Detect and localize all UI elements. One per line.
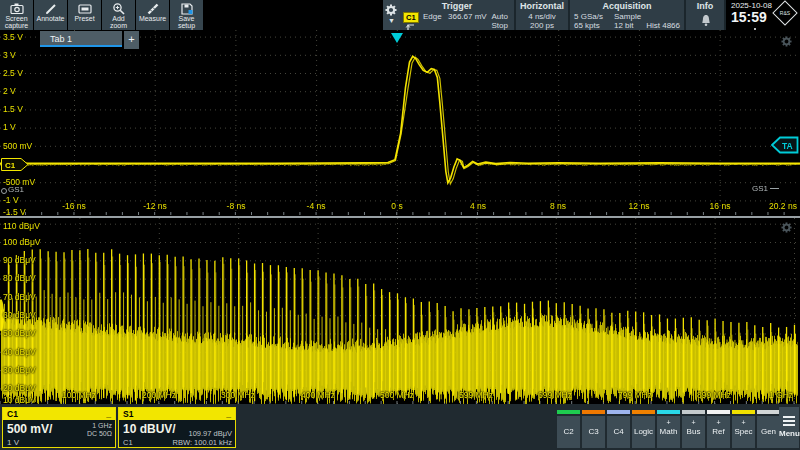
info-section[interactable]: Info [686, 0, 726, 30]
s1-source: C1 [123, 439, 133, 447]
s1-level: 109.97 dBμV [188, 430, 232, 438]
ground-marker-right-dash [770, 188, 779, 189]
toolbar-button-screen-capture[interactable]: Screen capture [0, 0, 33, 30]
save-icon [170, 2, 203, 15]
camera-icon [0, 2, 33, 15]
channel-color-c4 [607, 410, 630, 414]
ground-marker-right: GS1 [752, 184, 768, 193]
svg-text:TA: TA [782, 141, 793, 151]
pencil-icon [34, 2, 67, 15]
db-label: 50 dBμV [3, 328, 36, 338]
trigger-section[interactable]: Trigger C1 Edge 366.67 mV Auto Stop [400, 0, 516, 30]
channel-color-logic [632, 410, 655, 414]
db-label: 110 dBμV [3, 221, 40, 231]
time-label: -8 ns [206, 201, 266, 211]
channel-button-bus[interactable]: +Bus [682, 416, 705, 448]
channel-color-c3 [582, 410, 605, 414]
toolbar-button-annotate[interactable]: Annotate [34, 0, 67, 30]
voltage-label: 3.5 V [3, 32, 23, 42]
trigger-level: 366.67 mV [448, 12, 487, 21]
toolbar-button-save-setup[interactable]: Save setup [170, 0, 203, 30]
time-label: 16 ns [690, 201, 750, 211]
channel-button-spec[interactable]: +Spec [732, 416, 755, 448]
voltage-label: 1.5 V [3, 104, 23, 114]
channel-c1-badge[interactable]: C1 [1, 157, 29, 175]
c1-bandwidth: 1 GHz [92, 422, 112, 430]
time-label: 12 ns [609, 201, 669, 211]
channel-c1-widget[interactable]: C1_ 500 mV/ 1 GHz DC 50Ω 1 V [2, 407, 116, 448]
c1-offset: 1 V [7, 439, 19, 447]
acquisition-mode: Sample [614, 12, 641, 21]
s1-minimize-button[interactable]: _ [226, 408, 231, 420]
db-label: 20 dBμV [3, 383, 36, 393]
channel-color-gen [757, 410, 780, 414]
channel-button-ref[interactable]: +Ref [707, 416, 730, 448]
freq-label: 300 MHz [208, 390, 268, 400]
trigger-state: Stop [492, 21, 508, 30]
acquisition-resolution: 12 bit [614, 21, 634, 30]
channel-button-c4[interactable]: C4 [607, 416, 630, 448]
gear-icon[interactable] [781, 219, 792, 237]
toolbar-expand-panel[interactable]: ▼ [383, 0, 400, 30]
menu-icon [779, 407, 799, 426]
c1-coupling: DC 50Ω [87, 430, 112, 438]
svg-text:C1: C1 [5, 161, 16, 170]
horizontal-title: Horizontal [516, 1, 568, 11]
voltage-label: 500 mV [3, 141, 32, 151]
horizontal-resolution: 200 ps [516, 21, 568, 30]
waveform-canvas[interactable] [0, 30, 800, 215]
toolbar-button-preset[interactable]: Preset [68, 0, 101, 30]
s1-rbw: RBW: 100.01 kHz [173, 439, 232, 447]
horizontal-section[interactable]: Horizontal 4 ns/div 200 ps [516, 0, 570, 30]
ground-marker-left-dot [1, 188, 7, 194]
freq-label: 200 MHz [129, 390, 189, 400]
trigger-mode: Auto [492, 12, 508, 21]
acquisition-title: Acquisition [570, 1, 684, 11]
db-label: 60 dBμV [3, 310, 36, 320]
bell-icon[interactable] [700, 13, 712, 31]
freq-label: 599 MHz [446, 390, 506, 400]
menu-button[interactable]: Menu [779, 407, 799, 448]
ground-marker-left: GS1 [8, 185, 24, 194]
measure-icon [136, 2, 169, 15]
menu-label: Menu [779, 429, 799, 438]
freq-label: 799 MHz [605, 390, 665, 400]
toolbar-button-add-zoom[interactable]: Add zoom [102, 0, 135, 30]
db-label: 90 dBμV [3, 255, 36, 265]
acquisition-history: Hist 4866 [646, 21, 680, 30]
db-label: 70 dBμV [3, 292, 36, 302]
toolbar-button-measure[interactable]: Measure [136, 0, 169, 30]
s1-scale: 10 dBUV/ [123, 422, 176, 436]
add-tab-button[interactable]: + [124, 31, 139, 49]
acquisition-section[interactable]: Acquisition 5 GSa/s Sample 65 kpts 12 bi… [570, 0, 686, 30]
info-title: Info [686, 1, 724, 11]
tab-1[interactable]: Tab 1 [40, 31, 122, 47]
freq-label: 699 MHz [525, 390, 585, 400]
gear-icon[interactable] [781, 33, 792, 51]
time-label: -12 ns [125, 201, 185, 211]
spectrum-s1-widget[interactable]: S1_ 10 dBUV/ 109.97 dBμV C1 RBW: 100.01 … [118, 407, 236, 448]
trigger-title: Trigger [400, 1, 514, 11]
trigger-position-marker[interactable] [391, 33, 403, 43]
channel-color-c2 [557, 410, 580, 414]
channel-button-math[interactable]: +Math [657, 416, 680, 448]
time-label: 20.2 ns [753, 201, 800, 211]
channel-button-logic[interactable]: Logic [632, 416, 655, 448]
time-label: 8 ns [528, 201, 588, 211]
c1-minimize-button[interactable]: _ [106, 408, 111, 420]
voltage-label: -1 V [3, 195, 19, 205]
chevron-down-icon[interactable]: ▼ [383, 17, 400, 24]
freq-label: 100 MHz [49, 390, 109, 400]
voltage-label: 3 V [3, 50, 16, 60]
time-label: 0 s [367, 201, 427, 211]
channel-color-math [657, 410, 680, 414]
voltage-label: 2 V [3, 86, 16, 96]
channel-button-c2[interactable]: C2 [557, 416, 580, 448]
trigger-annotation-badge[interactable]: TA [771, 136, 799, 158]
channel-button-c3[interactable]: C3 [582, 416, 605, 448]
clock-panel[interactable]: 2025-10-08 15:59 R&S [726, 0, 800, 30]
channel-button-gen[interactable]: Gen [757, 416, 780, 448]
time-label: 4 ns [448, 201, 508, 211]
spectrum-canvas[interactable] [0, 218, 800, 404]
horizontal-scale: 4 ns/div [516, 12, 568, 21]
